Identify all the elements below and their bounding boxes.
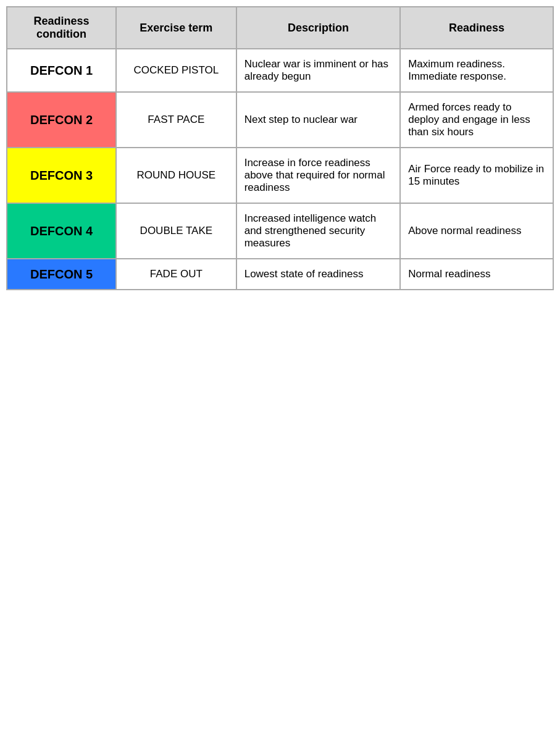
header-description: Description [236,7,401,49]
defcon5-exercise-cell: FADE OUT [116,259,236,290]
table-row-defcon5: DEFCON 5FADE OUTLowest state of readines… [7,259,553,290]
header-row: Readiness condition Exercise term Descri… [7,7,553,49]
defcon2-readiness-cell: Armed forces ready to deploy and engage … [400,92,553,148]
defcon5-condition-cell: DEFCON 5 [7,259,116,290]
defcon2-exercise-cell: FAST PACE [116,92,236,148]
defcon1-condition-cell: DEFCON 1 [7,49,116,92]
defcon3-description-cell: Increase in force readiness above that r… [236,148,401,203]
header-readiness: Readiness [400,7,553,49]
defcon-table: Readiness condition Exercise term Descri… [6,6,554,290]
defcon4-exercise-cell: DOUBLE TAKE [116,203,236,259]
defcon2-description-cell: Next step to nuclear war [236,92,401,148]
defcon1-readiness-cell: Maximum readiness. Immediate response. [400,49,553,92]
defcon4-condition-cell: DEFCON 4 [7,203,116,259]
table-row-defcon3: DEFCON 3ROUND HOUSEIncrease in force rea… [7,148,553,203]
table-row-defcon4: DEFCON 4DOUBLE TAKEIncreased intelligenc… [7,203,553,259]
header-exercise: Exercise term [116,7,236,49]
defcon3-readiness-cell: Air Force ready to mobilize in 15 minute… [400,148,553,203]
table-row-defcon1: DEFCON 1COCKED PISTOLNuclear war is immi… [7,49,553,92]
defcon4-description-cell: Increased intelligence watch and strengt… [236,203,401,259]
defcon1-description-cell: Nuclear war is imminent or has already b… [236,49,401,92]
defcon2-condition-cell: DEFCON 2 [7,92,116,148]
defcon4-readiness-cell: Above normal readiness [400,203,553,259]
defcon5-description-cell: Lowest state of readiness [236,259,401,290]
header-condition: Readiness condition [7,7,116,49]
table-row-defcon2: DEFCON 2FAST PACENext step to nuclear wa… [7,92,553,148]
defcon3-condition-cell: DEFCON 3 [7,148,116,203]
defcon3-exercise-cell: ROUND HOUSE [116,148,236,203]
defcon1-exercise-cell: COCKED PISTOL [116,49,236,92]
defcon5-readiness-cell: Normal readiness [400,259,553,290]
